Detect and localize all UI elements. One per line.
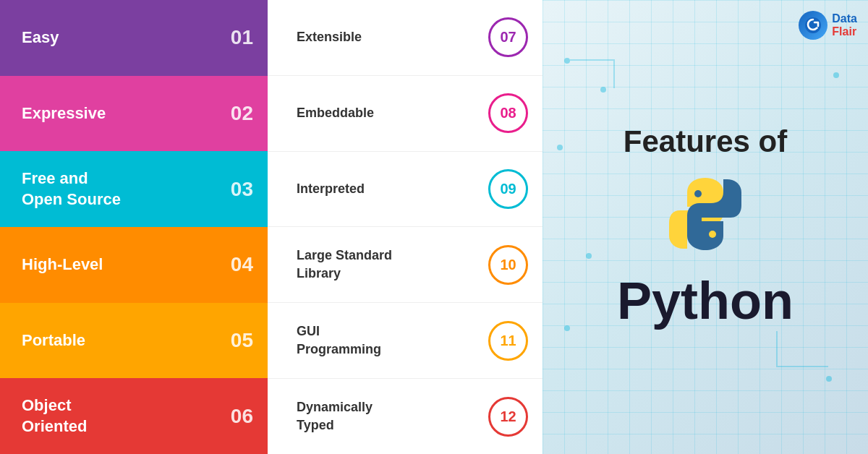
- feature-label-extensible: Extensible: [297, 30, 488, 45]
- feature-label-easy: Easy: [22, 28, 59, 47]
- python-title: Python: [617, 271, 793, 330]
- feature-item-free-open-source: Free andOpen Source 03: [0, 151, 268, 227]
- dataflair-logo: Data Flair: [799, 11, 857, 40]
- branding-panel: Data Flair Features of Python: [542, 0, 868, 454]
- feature-label-interpreted: Interpreted: [297, 181, 488, 197]
- circuit-dot: [564, 58, 570, 64]
- feature-item-large-std-lib: Large StandardLibrary 10: [268, 227, 542, 303]
- dataflair-flair-label: Flair: [832, 25, 857, 38]
- feature-number-04: 04: [231, 253, 253, 276]
- feature-item-gui-programming: GUIProgramming 11: [268, 303, 542, 379]
- feature-item-expressive: Expressive 02: [0, 76, 268, 152]
- python-logo: [662, 171, 749, 260]
- feature-number-05: 05: [231, 329, 253, 352]
- circle-12: 12: [488, 397, 528, 437]
- circuit-dot: [564, 325, 570, 331]
- feature-label-expressive: Expressive: [22, 104, 106, 123]
- feature-label-dynamically-typed: DynamicallyTyped: [297, 398, 488, 434]
- circle-11: 11: [488, 321, 528, 361]
- dataflair-icon: [799, 11, 827, 40]
- circuit-line: [776, 331, 778, 367]
- svg-point-2: [709, 231, 716, 238]
- feature-number-06: 06: [231, 405, 253, 428]
- circuit-dot: [557, 145, 563, 150]
- middle-features-panel: Extensible 07 Embeddable 08 Interpreted …: [268, 0, 542, 454]
- circuit-line: [570, 59, 613, 61]
- dataflair-data-label: Data: [832, 12, 857, 25]
- feature-item-dynamically-typed: DynamicallyTyped 12: [268, 379, 542, 454]
- feature-item-extensible: Extensible 07: [268, 0, 542, 76]
- feature-item-high-level: High-Level 04: [0, 227, 268, 303]
- feature-number-03: 03: [231, 178, 253, 201]
- circuit-line: [778, 366, 828, 367]
- feature-item-embeddable: Embeddable 08: [268, 76, 542, 152]
- features-of-title: Features of: [624, 124, 787, 160]
- feature-label-portable: Portable: [22, 331, 85, 350]
- feature-label-object-oriented: ObjectOriented: [22, 395, 87, 437]
- feature-label-large-std-lib: Large StandardLibrary: [297, 247, 488, 283]
- circuit-dot: [833, 72, 839, 78]
- circuit-dot: [586, 253, 592, 259]
- feature-label-free-open-source: Free andOpen Source: [22, 168, 121, 210]
- svg-point-1: [694, 190, 702, 197]
- feature-item-object-oriented: ObjectOriented 06: [0, 378, 268, 454]
- left-features-panel: Easy 01 Expressive 02 Free andOpen Sourc…: [0, 0, 268, 454]
- feature-number-01: 01: [231, 26, 253, 49]
- circuit-dot: [600, 87, 606, 93]
- feature-item-portable: Portable 05: [0, 303, 268, 379]
- feature-label-embeddable: Embeddable: [297, 106, 488, 121]
- feature-number-02: 02: [231, 102, 253, 125]
- feature-item-easy: Easy 01: [0, 0, 268, 76]
- circle-08: 08: [488, 93, 528, 133]
- circle-10: 10: [488, 245, 528, 285]
- circle-07: 07: [488, 17, 528, 57]
- feature-label-high-level: High-Level: [22, 255, 103, 274]
- feature-label-gui-programming: GUIProgramming: [297, 322, 488, 359]
- circuit-dot: [826, 376, 832, 382]
- dataflair-text: Data Flair: [832, 12, 857, 38]
- circle-09: 09: [488, 169, 528, 209]
- feature-item-interpreted: Interpreted 09: [268, 152, 542, 228]
- circuit-line: [613, 59, 615, 88]
